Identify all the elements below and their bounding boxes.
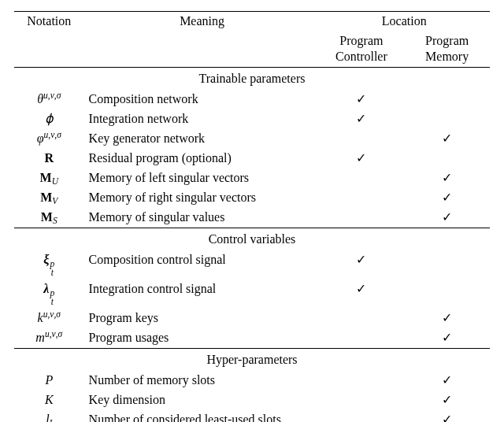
controller-cell: ✓ [319,149,405,168]
controller-cell [319,371,405,391]
controller-cell [319,188,405,208]
section-header-hyper: Hyper-parameters [14,348,490,371]
table-row: MU Memory of left singular vectors ✓ [14,168,490,188]
table-row: θu,v,σ Composition network ✓ [14,90,490,109]
memory-cell: ✓ [404,188,490,208]
controller-cell: ✓ [319,250,405,279]
memory-cell [404,90,490,109]
notation-cell: ϕ [14,109,84,129]
notation-cell: θu,v,σ [14,90,84,109]
notation-cell: MS [14,208,84,228]
meaning-cell: Composition network [84,90,319,109]
col-header-location: Location [319,12,490,32]
check-icon: ✓ [442,311,452,324]
check-icon: ✓ [442,393,452,406]
check-icon: ✓ [356,92,366,106]
check-icon: ✓ [442,210,452,224]
check-icon: ✓ [442,131,452,145]
memory-cell: ✓ [404,410,490,422]
meaning-cell: Residual program (optional) [84,149,319,168]
controller-cell [319,168,405,188]
check-icon: ✓ [356,282,366,295]
memory-cell [404,109,490,129]
memory-cell [404,149,490,168]
meaning-cell: Memory of left singular vectors [84,168,319,188]
table-header-row: Notation Meaning Location [14,12,490,32]
meaning-cell: Memory of right singular vectors [84,188,319,208]
notation-cell: R [14,149,84,168]
meaning-cell: Key generator network [84,129,319,149]
notation-cell: K [14,391,84,410]
memory-cell: ✓ [404,168,490,188]
table-row: λpt Integration control signal ✓ [14,279,490,309]
notation-cell: lI [14,410,84,422]
controller-cell [319,129,405,149]
controller-cell [319,208,405,228]
meaning-cell: Program keys [84,309,319,328]
table-row: ku,v,σ Program keys ✓ [14,309,490,328]
memory-cell [404,279,490,309]
memory-cell: ✓ [404,309,490,328]
table-row: φu,v,σ Key generator network ✓ [14,129,490,149]
col-header-notation: Notation [14,12,84,68]
controller-cell [319,391,405,410]
notation-cell: λpt [14,279,84,309]
table-row: MS Memory of singular values ✓ [14,208,490,228]
notation-cell: φu,v,σ [14,129,84,149]
check-icon: ✓ [356,253,366,266]
meaning-cell: Key dimension [84,391,319,410]
check-icon: ✓ [442,331,452,344]
notation-cell: MU [14,168,84,188]
notation-cell: ξpt [14,250,84,279]
table-row: mu,v,σ Program usages ✓ [14,328,490,349]
meaning-cell: Number of considered least-used slots [84,410,319,422]
col-header-memory: Program Memory [404,31,490,68]
check-icon: ✓ [356,151,366,165]
notation-cell: ku,v,σ [14,309,84,328]
controller-cell [319,410,405,422]
controller-cell: ✓ [319,109,405,129]
notation-table: Notation Meaning Location Program Contro… [14,11,490,422]
memory-cell [404,250,490,279]
check-icon: ✓ [442,413,452,422]
table-row: lI Number of considered least-used slots… [14,410,490,422]
table-row: MV Memory of right singular vectors ✓ [14,188,490,208]
check-icon: ✓ [356,112,366,125]
meaning-cell: Integration control signal [84,279,319,309]
meaning-cell: Composition control signal [84,250,319,279]
table-row: ϕ Integration network ✓ [14,109,490,129]
table-row: ξpt Composition control signal ✓ [14,250,490,279]
meaning-cell: Program usages [84,328,319,349]
meaning-cell: Integration network [84,109,319,129]
memory-cell: ✓ [404,129,490,149]
controller-cell: ✓ [319,279,405,309]
memory-cell: ✓ [404,208,490,228]
memory-cell: ✓ [404,328,490,349]
check-icon: ✓ [442,373,452,387]
check-icon: ✓ [442,191,452,204]
section-header-trainable: Trainable parameters [14,68,490,91]
section-header-control: Control variables [14,228,490,251]
memory-cell: ✓ [404,371,490,391]
meaning-cell: Memory of singular values [84,208,319,228]
meaning-cell: Number of memory slots [84,371,319,391]
notation-cell: MV [14,188,84,208]
controller-cell [319,328,405,349]
controller-cell: ✓ [319,90,405,109]
memory-cell: ✓ [404,391,490,410]
col-header-controller: Program Controller [319,31,405,68]
table-row: P Number of memory slots ✓ [14,371,490,391]
table-row: K Key dimension ✓ [14,391,490,410]
notation-cell: mu,v,σ [14,328,84,349]
table-row: R Residual program (optional) ✓ [14,149,490,168]
col-header-meaning: Meaning [84,12,319,68]
controller-cell [319,309,405,328]
check-icon: ✓ [442,171,452,184]
notation-cell: P [14,371,84,391]
